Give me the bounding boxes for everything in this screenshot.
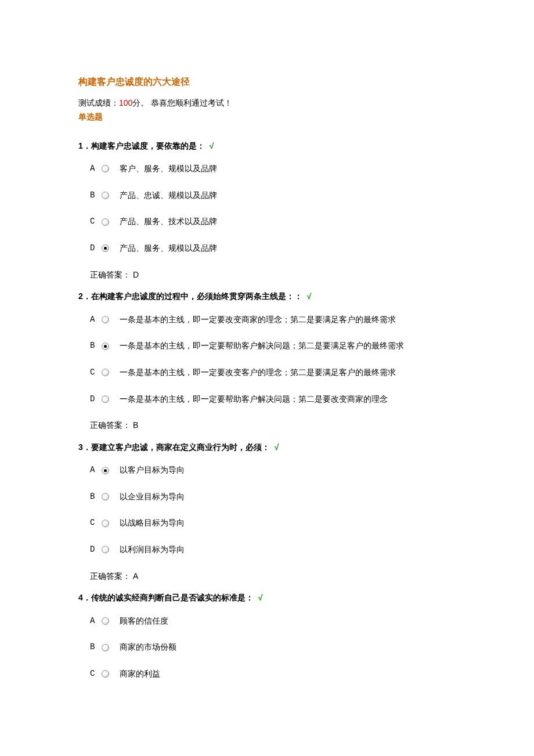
score-prefix: 测试成绩：: [78, 98, 119, 107]
option-letter: D: [90, 394, 102, 405]
option-letter: B: [90, 340, 102, 352]
question-text: 1．构建客户忠诚度，要依靠的是： √: [78, 141, 534, 152]
radio-button[interactable]: [102, 369, 109, 376]
option-letter: A: [90, 465, 102, 476]
correct-answer: 正确答案： A: [90, 571, 534, 582]
score-line: 测试成绩：100分。 恭喜您顺利通过考试！: [78, 98, 534, 109]
radio-button[interactable]: [102, 467, 109, 474]
question: 2．在构建客户忠诚度的过程中，必须始终贯穿两条主线是：： √A一条是基本的主线，…: [78, 291, 534, 431]
radio-button[interactable]: [102, 617, 109, 625]
option-row: D以利润目标为导向: [90, 544, 534, 556]
option-row: D产品、服务、规模以及品牌: [90, 243, 534, 254]
option-letter: D: [90, 243, 102, 254]
option-text: 产品、服务、技术以及品牌: [120, 216, 217, 228]
option-row: D一条是基本的主线，即一定要帮助客户解决问题；第二是要改变商家的理念: [90, 394, 534, 405]
check-icon: √: [275, 442, 279, 452]
answer-value: D: [131, 270, 139, 279]
option-text: 一条是基本的主线，即一定要改变客户的理念；第二是要满足客户的最终需求: [120, 367, 396, 379]
option-letter: A: [90, 163, 102, 175]
score-value: 100: [119, 98, 132, 107]
radio-button[interactable]: [102, 520, 109, 527]
option-letter: C: [90, 367, 102, 379]
answer-label: 正确答案：: [90, 571, 131, 581]
radio-button[interactable]: [102, 165, 109, 172]
radio-button[interactable]: [102, 644, 109, 651]
option-text: 一条是基本的主线，即一定要帮助客户解决问题；第二是要满足客户的最终需求: [120, 340, 404, 352]
question-text: 3．要建立客户忠诚，商家在定义商业行为时，必须： √: [78, 442, 534, 453]
option-row: A以客户目标为导向: [90, 465, 534, 476]
correct-answer: 正确答案： D: [90, 269, 534, 281]
option-letter: A: [90, 615, 102, 627]
option-letter: C: [90, 668, 102, 680]
option-letter: B: [90, 190, 102, 201]
answer-label: 正确答案：: [90, 420, 131, 430]
option-row: B商家的市场份额: [90, 642, 534, 653]
question: 3．要建立客户忠诚，商家在定义商业行为时，必须： √A以客户目标为导向B以企业目…: [78, 442, 534, 582]
question-title: 在构建客户忠诚度的过程中，必须始终贯穿两条主线是：：: [91, 291, 302, 301]
option-text: 一条是基本的主线，即一定要帮助客户解决问题；第二是要改变商家的理念: [120, 394, 388, 405]
option-row: B一条是基本的主线，即一定要帮助客户解决问题；第二是要满足客户的最终需求: [90, 340, 534, 352]
radio-button[interactable]: [102, 343, 109, 350]
option-text: 产品、服务、规模以及品牌: [120, 243, 217, 254]
question-number: 2．: [78, 291, 91, 301]
option-text: 客户、服务、规模以及品牌: [120, 163, 217, 175]
radio-button[interactable]: [102, 670, 109, 678]
question-number: 4．: [78, 593, 91, 602]
answer-value: A: [131, 571, 138, 581]
option-row: A顾客的信任度: [90, 615, 534, 627]
radio-button[interactable]: [102, 493, 109, 501]
radio-button[interactable]: [102, 395, 109, 403]
option-letter: D: [90, 544, 102, 556]
question-title: 传统的诚实经商判断自己是否诚实的标准是：: [91, 593, 254, 602]
option-row: C商家的利益: [90, 668, 534, 680]
option-row: A客户、服务、规模以及品牌: [90, 163, 534, 175]
radio-button[interactable]: [102, 546, 109, 553]
answer-value: B: [131, 420, 138, 430]
option-text: 以利润目标为导向: [120, 544, 185, 556]
check-icon: √: [307, 291, 312, 301]
section-label: 单选题: [78, 111, 534, 123]
option-letter: C: [90, 216, 102, 228]
option-row: B产品、忠诚、规模以及品牌: [90, 190, 534, 201]
correct-answer: 正确答案： B: [90, 420, 534, 431]
question: 4．传统的诚实经商判断自己是否诚实的标准是： √A顾客的信任度B商家的市场份额C…: [78, 592, 534, 679]
question: 1．构建客户忠诚度，要依靠的是： √A客户、服务、规模以及品牌B产品、忠诚、规模…: [78, 141, 534, 281]
option-letter: A: [90, 314, 102, 326]
radio-button[interactable]: [102, 244, 109, 252]
option-text: 产品、忠诚、规模以及品牌: [120, 190, 217, 201]
score-suffix: 分。 恭喜您顺利通过考试！: [132, 98, 232, 107]
question-text: 2．在构建客户忠诚度的过程中，必须始终贯穿两条主线是：： √: [78, 291, 534, 303]
option-row: C产品、服务、技术以及品牌: [90, 216, 534, 228]
radio-button[interactable]: [102, 316, 109, 323]
option-text: 以企业目标为导向: [120, 491, 185, 503]
option-text: 以战略目标为导向: [120, 517, 185, 529]
check-icon: √: [210, 141, 214, 150]
question-number: 3．: [78, 442, 91, 452]
radio-button[interactable]: [102, 192, 109, 199]
answer-label: 正确答案：: [90, 270, 131, 279]
option-text: 一条是基本的主线，即一定要改变商家的理念；第二是要满足客户的最终需求: [120, 314, 396, 326]
option-row: C一条是基本的主线，即一定要改变客户的理念；第二是要满足客户的最终需求: [90, 367, 534, 379]
option-text: 以客户目标为导向: [120, 465, 185, 476]
question-title: 要建立客户忠诚，商家在定义商业行为时，必须：: [91, 442, 270, 452]
question-title: 构建客户忠诚度，要依靠的是：: [91, 141, 205, 150]
option-text: 顾客的信任度: [120, 615, 168, 627]
radio-button[interactable]: [102, 218, 109, 226]
page-title: 构建客户忠诚度的六大途径: [78, 75, 534, 88]
option-row: B以企业目标为导向: [90, 491, 534, 503]
question-text: 4．传统的诚实经商判断自己是否诚实的标准是： √: [78, 592, 534, 604]
option-row: C以战略目标为导向: [90, 517, 534, 529]
option-letter: C: [90, 517, 102, 529]
option-row: A一条是基本的主线，即一定要改变商家的理念；第二是要满足客户的最终需求: [90, 314, 534, 326]
option-letter: B: [90, 491, 102, 503]
check-icon: √: [258, 593, 263, 602]
question-number: 1．: [78, 141, 91, 150]
option-text: 商家的市场份额: [120, 642, 176, 653]
option-letter: B: [90, 642, 102, 653]
option-text: 商家的利益: [120, 668, 160, 680]
